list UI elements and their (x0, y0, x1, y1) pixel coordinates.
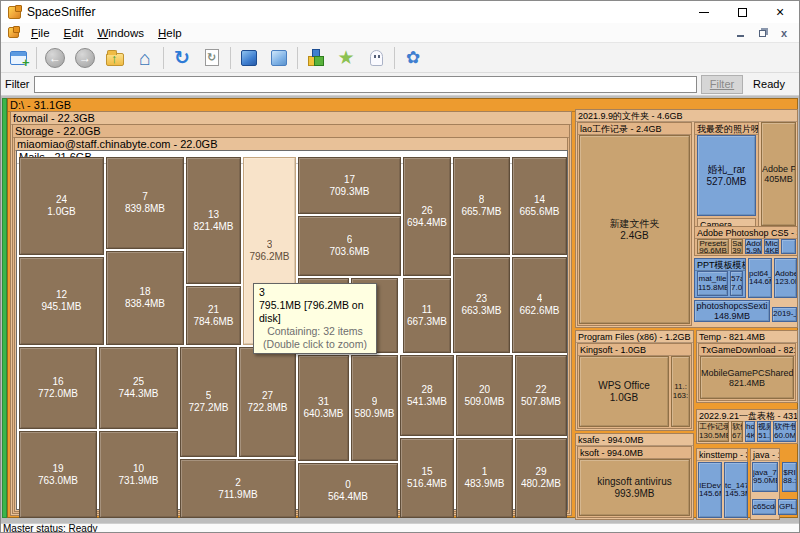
cell-11-163[interactable]: 11.:163: (671, 356, 690, 427)
cell-28[interactable]: 28541.3MB (400, 355, 454, 436)
cell-micro[interactable]: Micro:4KB (764, 239, 779, 254)
cell-22[interactable]: 22507.8MB (515, 355, 567, 436)
treemap: D:\ - 31.1GBfoxmail - 22.3GBStorage - 22… (1, 96, 799, 523)
minimize-button[interactable] (685, 1, 723, 23)
cell-java-7[interactable]: java_7.95.0MB (752, 462, 778, 492)
cell-u3[interactable] (781, 239, 796, 254)
cell-gpl-h[interactable]: GPL.h (778, 499, 797, 515)
cell-adobe-5-9[interactable]: Adobe5.9ME (745, 239, 762, 254)
cell-2[interactable]: 2711.9MB (180, 459, 296, 518)
cell-mobilegame[interactable]: MobileGamePCShared821.4MB (700, 356, 794, 399)
cell-tc-147[interactable]: tc_147:145.3M (724, 462, 748, 518)
home-button[interactable] (130, 44, 160, 72)
block-view-button[interactable] (234, 44, 264, 72)
cell-photoshopcs[interactable]: photoshopcsSexti148.9MB (694, 300, 770, 322)
cell-25[interactable]: 25744.3MB (99, 347, 178, 429)
cell-17[interactable]: 17709.3MB (298, 157, 401, 214)
cell-mat-file[interactable]: mat_file115.8MB (697, 271, 728, 296)
cell-iedevtc[interactable]: IEDevtc145.6M (698, 462, 722, 518)
cell-8[interactable]: 8665.7MB (453, 157, 510, 255)
window-controls (685, 1, 799, 23)
cell-27[interactable]: 27722.8MB (239, 347, 296, 457)
cell-10[interactable]: 10731.9MB (99, 431, 178, 518)
mdi-document-icon (8, 27, 19, 38)
new-snapshot-button[interactable] (3, 44, 33, 72)
cell-9[interactable]: 9580.9MB (351, 355, 398, 461)
mdi-restore-button[interactable] (755, 26, 769, 39)
cell-24[interactable]: 241.0GB (19, 157, 104, 255)
cell-hunli-rar[interactable]: 婚礼_rar527.0MB (697, 135, 756, 216)
cell-16[interactable]: 16772.0MB (19, 347, 97, 429)
cell-2019[interactable]: 2019-上半年工 (772, 307, 797, 322)
maximize-button[interactable] (723, 1, 761, 23)
cell-adobe-pho[interactable]: Adobe Pho405MB (761, 122, 796, 226)
cell-13[interactable]: 13821.4MB (186, 157, 241, 284)
mdi-close-icon (781, 27, 787, 39)
toolbar (1, 43, 799, 73)
cell-wps-office[interactable]: WPS Office1.0GB (579, 356, 669, 427)
class-view-button[interactable] (301, 44, 331, 72)
cell-hos[interactable]: hos4KE (745, 421, 755, 442)
filter-button[interactable]: Filter (701, 75, 743, 94)
cell-7[interactable]: 7839.8MB (106, 157, 184, 249)
close-button[interactable] (761, 1, 799, 23)
cell-14[interactable]: 14665.6MB (512, 157, 567, 255)
cell-19[interactable]: 19763.0MB (19, 431, 97, 518)
tooltip-hint: (Double click to zoom) (259, 338, 371, 351)
forward-button[interactable] (70, 44, 100, 72)
cell-15[interactable]: 15516.4MB (400, 438, 454, 518)
cell-c65cdc[interactable]: c65cdc (752, 499, 776, 515)
cell-11[interactable]: 11667.3MB (403, 278, 451, 353)
block-view-alt-button[interactable] (264, 44, 294, 72)
cell-1[interactable]: 1483.9MB (456, 438, 513, 518)
refresh-icon (174, 48, 190, 67)
cell-12[interactable]: 12945.1MB (19, 257, 104, 345)
cell-0[interactable]: 0564.4MB (298, 463, 398, 518)
filter-input[interactable] (34, 76, 697, 93)
cell-26[interactable]: 26694.4MB (403, 157, 451, 276)
mdi-close-button[interactable] (777, 26, 791, 39)
cell-gongzuo[interactable]: 工作记录130.5ME (698, 421, 729, 442)
parent-folder-button[interactable] (100, 44, 130, 72)
menu-windows[interactable]: Windows (90, 25, 151, 41)
star-filter-button[interactable] (331, 44, 361, 72)
cell-ruanjian[interactable]: 软件67.9 (731, 421, 743, 442)
cell-29[interactable]: 29480.2MB (515, 438, 567, 518)
cell-4[interactable]: 4662.6MB (512, 257, 567, 353)
cell-5[interactable]: 5727.2MB (180, 347, 237, 457)
cell-xinjian[interactable]: 新建文件夹2.4GB (579, 135, 690, 324)
cell-shipin[interactable]: 视频51.1M (757, 421, 771, 442)
menu-edit[interactable]: Edit (57, 25, 91, 41)
cell-pcl64[interactable]: pcl64_s144.6M (748, 258, 772, 298)
refresh-button[interactable] (167, 44, 197, 72)
ghost-filter-button[interactable] (361, 44, 391, 72)
cell-ruanjianbao[interactable]: 软件包60.0M (773, 421, 796, 442)
cell-6[interactable]: 6703.6MB (298, 216, 401, 276)
cell-20[interactable]: 20509.0MB (456, 355, 513, 436)
cell-adobe-123[interactable]: Adobe123.0M (774, 258, 797, 298)
configure-button[interactable] (398, 44, 428, 72)
folder-header: 2021.9.9的文件夹 - 4.6GB (576, 110, 797, 122)
menu-help[interactable]: Help (151, 25, 189, 41)
cell-kingsoft-antivirus[interactable]: kingsoft antivirus993.9MB (579, 459, 690, 516)
cell-21[interactable]: 21784.6MB (186, 286, 241, 345)
mdi-minimize-button[interactable] (733, 26, 747, 39)
mdi-window-controls (733, 26, 791, 39)
folder-header: ksoft - 994.0MB (578, 447, 691, 459)
tooltip-size: 795.1MB [796.2MB on disk] (259, 299, 371, 325)
cell-57a44[interactable]: 57a447.0MB (730, 271, 743, 296)
toolbar-separator (297, 47, 298, 69)
folder-header: PPT模板模板模板 (695, 259, 745, 271)
cell-18[interactable]: 18838.4MB (106, 251, 184, 345)
refresh-view-button[interactable] (197, 44, 227, 72)
toolbar-separator (36, 47, 37, 69)
cell-samp[interactable]: Samp39.6M (731, 239, 743, 254)
folder-header: ksafe - 994.0MB (576, 434, 693, 446)
cell-23[interactable]: 23663.3MB (453, 257, 510, 353)
cell-31[interactable]: 31640.3MB (298, 355, 349, 461)
menu-file[interactable]: File (24, 25, 57, 41)
cell-presets[interactable]: Presets96.6MB (697, 239, 729, 254)
back-button[interactable] (40, 44, 70, 72)
window-title: SpaceSniffer (27, 5, 96, 19)
cell-sri[interactable]: $RI88.: (782, 462, 797, 492)
